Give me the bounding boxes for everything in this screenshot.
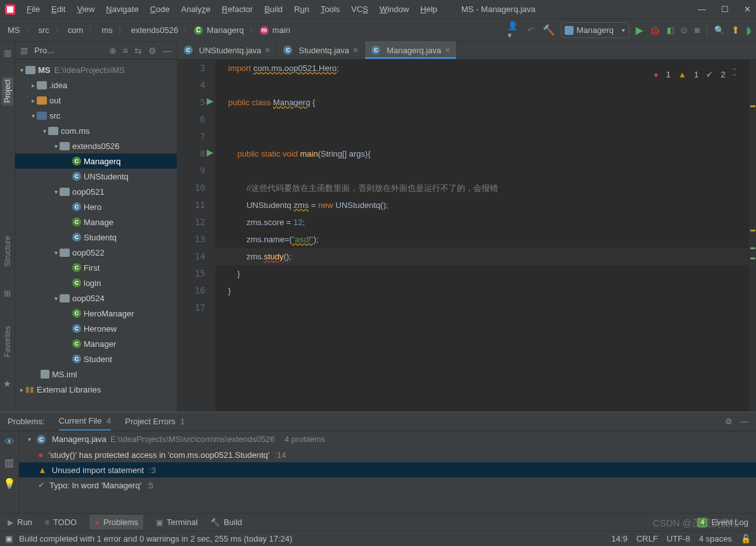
run-tool-tab[interactable]: ▶Run [8,517,32,527]
terminal-tool-tab[interactable]: ▣Terminal [156,517,198,527]
tab-managerq[interactable]: CManagerq.java× [365,41,457,59]
code-content[interactable]: import import com.ms.oop0521.Hero;com.ms… [215,60,748,412]
tree-managerq[interactable]: CManagerq [15,153,177,169]
tree-first[interactable]: CFirst [15,260,177,275]
tab-studentq[interactable]: CStudentq.java× [277,41,365,59]
problems-list[interactable]: C Managerq.java E:\IdeaProjects\MS\src\c… [19,431,756,513]
problem-row[interactable]: ▲ Unused import statement:3 [19,462,756,478]
menu-window[interactable]: Window [375,2,414,16]
menu-code[interactable]: Code [145,2,175,16]
indent-setting[interactable]: 4 spaces [699,534,732,543]
intention-bulb-icon[interactable]: 💡 [3,478,16,490]
project-panel-title[interactable]: Pro... [34,46,103,55]
options-icon[interactable]: ▥ [4,457,14,469]
crumb-com[interactable]: com [65,25,86,35]
project-errors-tab[interactable]: Project Errors 1 [125,413,184,430]
breadcrumb[interactable]: MS〉 src〉 com〉 ms〉 extends0526〉 C Manager… [5,25,293,36]
tree-unstudentq[interactable]: CUNStudentq [15,169,177,184]
crumb-ms[interactable]: MS [5,25,23,35]
tree-ext[interactable]: extends0526 [15,138,177,153]
crumb-method[interactable]: main [270,25,293,35]
view-icon[interactable]: 👁 [4,436,15,448]
tree-oop0524[interactable]: oop0524 [15,290,177,306]
current-file-tab[interactable]: Current File 4 [59,412,112,431]
crumb-class[interactable]: Managerq [204,25,247,35]
profile-icon[interactable]: ⊙ [681,25,688,35]
menu-run[interactable]: Run [289,2,314,16]
coverage-icon[interactable]: ◧ [667,25,674,35]
tab-unstudentq[interactable]: CUNStudentq.java× [177,41,277,59]
close-tab-icon[interactable]: × [353,45,358,55]
select-open-file-icon[interactable]: ⊕ [109,46,117,56]
close-tab-icon[interactable]: × [445,45,450,55]
tree-student[interactable]: CStudent [15,351,177,367]
tree-studentq[interactable]: CStudentq [15,230,177,245]
menu-tools[interactable]: Tools [316,2,345,16]
tree-login[interactable]: Clogin [15,275,177,290]
tree-heronew[interactable]: CHeronew [15,321,177,336]
hide-panel-icon[interactable]: — [740,417,748,426]
run-gutter-icon[interactable]: ▶ [207,147,214,157]
tree-comms[interactable]: com.ms [15,123,177,138]
problem-row[interactable]: ● 'study()' has protected access in 'com… [19,447,756,462]
menu-navigate[interactable]: Navigate [101,2,143,16]
tree-idea[interactable]: .idea [15,77,177,93]
error-stripe[interactable] [748,60,756,412]
menu-build[interactable]: Build [259,2,288,16]
line-col[interactable]: 14:9 [612,534,627,543]
problems-file-row[interactable]: C Managerq.java E:\IdeaProjects\MS\src\c… [19,431,756,447]
event-count-badge[interactable]: 4 [697,517,707,528]
menu-edit[interactable]: Edit [46,2,70,16]
favorites-tool-tab[interactable]: Favorites [2,323,13,360]
menu-vcs[interactable]: VCS [346,2,373,16]
crumb-pkg[interactable]: extends0526 [129,25,181,35]
menu-analyze[interactable]: Analyze [176,2,215,16]
tree-out[interactable]: out [15,93,177,108]
tree-msiml[interactable]: MS.iml [15,367,177,382]
event-log-tab[interactable]: Event Log [711,517,748,527]
status-widgets-icon[interactable]: ▣ [5,534,13,543]
tree-extlib[interactable]: ▮▮External Libraries [15,382,177,397]
crumb-ms2[interactable]: ms [99,25,115,35]
tree-heromanager[interactable]: CHeroManager [15,306,177,321]
tree-oop0521[interactable]: oop0521 [15,184,177,199]
ide-icon[interactable]: ◗ [746,24,751,36]
tree-oop0522[interactable]: oop0522 [15,245,177,260]
run-config-selector[interactable]: Managerq [561,22,630,38]
line-separator[interactable]: CRLF [636,534,658,543]
gutter[interactable]: 3 4 5 6 7 8 9 10 11 12 13 14 15 16 17 ▶ [177,60,215,412]
file-encoding[interactable]: UTF-8 [667,534,690,543]
problems-tool-tab[interactable]: ●Problems [89,515,143,530]
tree-src[interactable]: src [15,108,177,123]
menu-view[interactable]: View [72,2,99,16]
collapse-all-icon[interactable]: ⇆ [134,46,142,56]
menu-refactor[interactable]: Refactor [217,2,258,16]
back-arrow-icon[interactable]: ↶ [525,25,537,36]
expand-all-icon[interactable]: ≡ [123,46,128,56]
code-editor[interactable]: 3 4 5 6 7 8 9 10 11 12 13 14 15 16 17 ▶ [177,60,756,412]
debug-icon[interactable]: 🐞 [650,25,660,36]
structure-tool-tab[interactable]: Structure [2,233,13,270]
settings-gear-icon[interactable]: ⚙ [148,46,157,56]
tree-manage[interactable]: CManage [15,214,177,230]
readonly-lock-icon[interactable]: 🔓 [741,534,751,543]
problem-row[interactable]: ✔ Typo: In word 'Managerq':5 [19,478,756,493]
search-icon[interactable]: 🔍 [714,25,725,36]
run-gutter-icon[interactable]: ▶ [207,96,214,106]
update-icon[interactable]: ⬆ [731,24,740,36]
crumb-src[interactable]: src [36,25,52,35]
tree-hero[interactable]: CHero [15,199,177,214]
user-icon[interactable]: 👤▾ [508,25,519,36]
todo-tool-tab[interactable]: ≡TODO [45,517,77,527]
run-icon[interactable]: ▶ [636,24,643,36]
project-tree[interactable]: MS E:\IdeaProjects\MS .idea out src com.… [15,60,177,412]
hide-panel-icon[interactable]: — [163,46,172,56]
build-hammer-icon[interactable]: 🔨 [543,25,554,36]
close-tab-icon[interactable]: × [265,45,270,55]
close-icon[interactable]: ✕ [744,4,751,14]
panel-settings-icon[interactable]: ⚙ [725,417,733,426]
maximize-icon[interactable]: ☐ [721,4,729,14]
minimize-icon[interactable]: — [698,4,706,14]
build-tool-tab[interactable]: 🔨Build [210,517,242,527]
menu-file[interactable]: File [22,2,45,16]
